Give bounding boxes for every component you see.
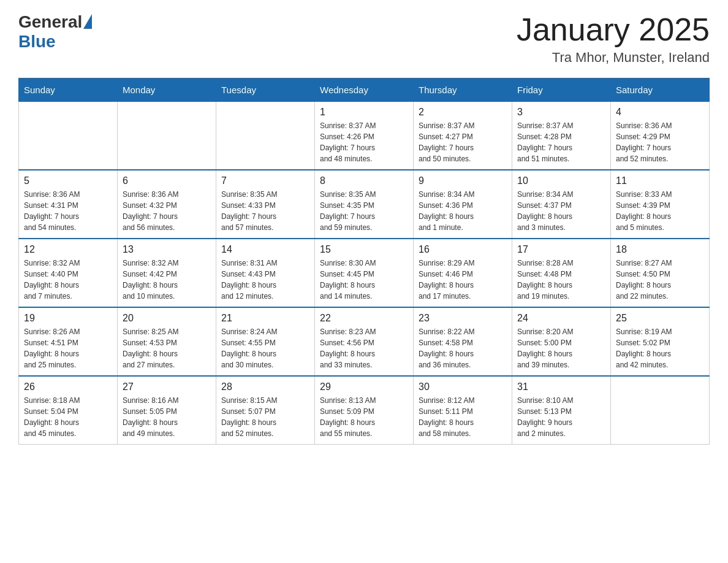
day-number: 17 bbox=[517, 244, 605, 255]
calendar-day-cell: 2Sunrise: 8:37 AM Sunset: 4:27 PM Daylig… bbox=[414, 102, 512, 170]
day-info: Sunrise: 8:22 AM Sunset: 4:58 PM Dayligh… bbox=[419, 326, 507, 370]
day-of-week-header: Tuesday bbox=[216, 79, 315, 102]
calendar-header-row: SundayMondayTuesdayWednesdayThursdayFrid… bbox=[19, 79, 710, 102]
day-number: 21 bbox=[221, 313, 309, 324]
day-info: Sunrise: 8:31 AM Sunset: 4:43 PM Dayligh… bbox=[221, 258, 309, 302]
day-info: Sunrise: 8:30 AM Sunset: 4:45 PM Dayligh… bbox=[320, 258, 408, 302]
day-number: 25 bbox=[616, 313, 704, 324]
calendar-day-cell: 15Sunrise: 8:30 AM Sunset: 4:45 PM Dayli… bbox=[315, 239, 414, 307]
day-info: Sunrise: 8:37 AM Sunset: 4:28 PM Dayligh… bbox=[517, 120, 605, 164]
day-number: 15 bbox=[320, 244, 408, 255]
logo-triangle-icon bbox=[83, 14, 92, 29]
day-info: Sunrise: 8:32 AM Sunset: 4:40 PM Dayligh… bbox=[24, 258, 112, 302]
day-number: 23 bbox=[419, 313, 507, 324]
day-number: 10 bbox=[517, 175, 605, 186]
day-number: 13 bbox=[123, 244, 211, 255]
day-number: 30 bbox=[419, 381, 507, 393]
day-info: Sunrise: 8:37 AM Sunset: 4:27 PM Dayligh… bbox=[419, 120, 507, 164]
calendar-day-cell: 31Sunrise: 8:10 AM Sunset: 5:13 PM Dayli… bbox=[512, 376, 611, 445]
calendar-day-cell: 11Sunrise: 8:33 AM Sunset: 4:39 PM Dayli… bbox=[611, 170, 710, 239]
title-section: January 2025 Tra Mhor, Munster, Ireland bbox=[517, 12, 710, 66]
logo: General Blue bbox=[18, 12, 92, 52]
day-number: 29 bbox=[320, 381, 408, 393]
day-number: 7 bbox=[221, 175, 309, 186]
day-number: 3 bbox=[517, 107, 605, 118]
day-of-week-header: Sunday bbox=[19, 79, 118, 102]
day-number: 12 bbox=[24, 244, 112, 255]
day-info: Sunrise: 8:23 AM Sunset: 4:56 PM Dayligh… bbox=[320, 326, 408, 370]
day-info: Sunrise: 8:35 AM Sunset: 4:35 PM Dayligh… bbox=[320, 189, 408, 233]
day-info: Sunrise: 8:16 AM Sunset: 5:05 PM Dayligh… bbox=[123, 395, 211, 439]
day-info: Sunrise: 8:36 AM Sunset: 4:29 PM Dayligh… bbox=[616, 120, 704, 164]
day-info: Sunrise: 8:28 AM Sunset: 4:48 PM Dayligh… bbox=[517, 258, 605, 302]
day-of-week-header: Wednesday bbox=[315, 79, 414, 102]
day-number: 19 bbox=[24, 313, 112, 324]
calendar-day-cell: 21Sunrise: 8:24 AM Sunset: 4:55 PM Dayli… bbox=[216, 307, 315, 376]
calendar-week-row: 19Sunrise: 8:26 AM Sunset: 4:51 PM Dayli… bbox=[19, 307, 710, 376]
calendar-day-cell: 20Sunrise: 8:25 AM Sunset: 4:53 PM Dayli… bbox=[118, 307, 216, 376]
calendar-day-cell: 6Sunrise: 8:36 AM Sunset: 4:32 PM Daylig… bbox=[118, 170, 216, 239]
day-info: Sunrise: 8:29 AM Sunset: 4:46 PM Dayligh… bbox=[419, 258, 507, 302]
day-number: 4 bbox=[616, 107, 704, 118]
day-info: Sunrise: 8:34 AM Sunset: 4:36 PM Dayligh… bbox=[419, 189, 507, 233]
day-number: 6 bbox=[123, 175, 211, 186]
day-info: Sunrise: 8:20 AM Sunset: 5:00 PM Dayligh… bbox=[517, 326, 605, 370]
day-number: 18 bbox=[616, 244, 704, 255]
day-info: Sunrise: 8:33 AM Sunset: 4:39 PM Dayligh… bbox=[616, 189, 704, 233]
day-info: Sunrise: 8:32 AM Sunset: 4:42 PM Dayligh… bbox=[123, 258, 211, 302]
calendar-week-row: 1Sunrise: 8:37 AM Sunset: 4:26 PM Daylig… bbox=[19, 102, 710, 170]
calendar-day-cell: 10Sunrise: 8:34 AM Sunset: 4:37 PM Dayli… bbox=[512, 170, 611, 239]
calendar-week-row: 5Sunrise: 8:36 AM Sunset: 4:31 PM Daylig… bbox=[19, 170, 710, 239]
calendar-day-cell: 28Sunrise: 8:15 AM Sunset: 5:07 PM Dayli… bbox=[216, 376, 315, 445]
day-of-week-header: Saturday bbox=[611, 79, 710, 102]
calendar-day-cell bbox=[19, 102, 118, 170]
calendar-week-row: 26Sunrise: 8:18 AM Sunset: 5:04 PM Dayli… bbox=[19, 376, 710, 445]
day-info: Sunrise: 8:37 AM Sunset: 4:26 PM Dayligh… bbox=[320, 120, 408, 164]
calendar-day-cell: 13Sunrise: 8:32 AM Sunset: 4:42 PM Dayli… bbox=[118, 239, 216, 307]
calendar-day-cell: 26Sunrise: 8:18 AM Sunset: 5:04 PM Dayli… bbox=[19, 376, 118, 445]
day-info: Sunrise: 8:13 AM Sunset: 5:09 PM Dayligh… bbox=[320, 395, 408, 439]
day-number: 27 bbox=[123, 381, 211, 393]
day-info: Sunrise: 8:12 AM Sunset: 5:11 PM Dayligh… bbox=[419, 395, 507, 439]
calendar-day-cell: 19Sunrise: 8:26 AM Sunset: 4:51 PM Dayli… bbox=[19, 307, 118, 376]
day-number: 20 bbox=[123, 313, 211, 324]
day-number: 16 bbox=[419, 244, 507, 255]
calendar-day-cell: 5Sunrise: 8:36 AM Sunset: 4:31 PM Daylig… bbox=[19, 170, 118, 239]
calendar-day-cell: 24Sunrise: 8:20 AM Sunset: 5:00 PM Dayli… bbox=[512, 307, 611, 376]
calendar-day-cell: 3Sunrise: 8:37 AM Sunset: 4:28 PM Daylig… bbox=[512, 102, 611, 170]
calendar-day-cell: 22Sunrise: 8:23 AM Sunset: 4:56 PM Dayli… bbox=[315, 307, 414, 376]
calendar-day-cell: 9Sunrise: 8:34 AM Sunset: 4:36 PM Daylig… bbox=[414, 170, 512, 239]
calendar-day-cell: 12Sunrise: 8:32 AM Sunset: 4:40 PM Dayli… bbox=[19, 239, 118, 307]
day-info: Sunrise: 8:36 AM Sunset: 4:32 PM Dayligh… bbox=[123, 189, 211, 233]
day-number: 9 bbox=[419, 175, 507, 186]
calendar-day-cell: 7Sunrise: 8:35 AM Sunset: 4:33 PM Daylig… bbox=[216, 170, 315, 239]
calendar-day-cell: 1Sunrise: 8:37 AM Sunset: 4:26 PM Daylig… bbox=[315, 102, 414, 170]
calendar-day-cell: 17Sunrise: 8:28 AM Sunset: 4:48 PM Dayli… bbox=[512, 239, 611, 307]
day-info: Sunrise: 8:18 AM Sunset: 5:04 PM Dayligh… bbox=[24, 395, 112, 439]
day-number: 1 bbox=[320, 107, 408, 118]
day-number: 22 bbox=[320, 313, 408, 324]
day-info: Sunrise: 8:24 AM Sunset: 4:55 PM Dayligh… bbox=[221, 326, 309, 370]
day-number: 26 bbox=[24, 381, 112, 393]
calendar-day-cell: 8Sunrise: 8:35 AM Sunset: 4:35 PM Daylig… bbox=[315, 170, 414, 239]
day-info: Sunrise: 8:15 AM Sunset: 5:07 PM Dayligh… bbox=[221, 395, 309, 439]
calendar-day-cell: 29Sunrise: 8:13 AM Sunset: 5:09 PM Dayli… bbox=[315, 376, 414, 445]
logo-general-text: General bbox=[18, 12, 82, 32]
day-info: Sunrise: 8:26 AM Sunset: 4:51 PM Dayligh… bbox=[24, 326, 112, 370]
day-info: Sunrise: 8:34 AM Sunset: 4:37 PM Dayligh… bbox=[517, 189, 605, 233]
day-info: Sunrise: 8:19 AM Sunset: 5:02 PM Dayligh… bbox=[616, 326, 704, 370]
day-number: 31 bbox=[517, 381, 605, 393]
calendar-day-cell bbox=[216, 102, 315, 170]
logo-blue-text: Blue bbox=[18, 32, 92, 52]
day-number: 14 bbox=[221, 244, 309, 255]
day-of-week-header: Friday bbox=[512, 79, 611, 102]
page-header: General Blue January 2025 Tra Mhor, Muns… bbox=[18, 12, 710, 66]
day-info: Sunrise: 8:10 AM Sunset: 5:13 PM Dayligh… bbox=[517, 395, 605, 439]
day-number: 11 bbox=[616, 175, 704, 186]
calendar-day-cell: 30Sunrise: 8:12 AM Sunset: 5:11 PM Dayli… bbox=[414, 376, 512, 445]
day-info: Sunrise: 8:35 AM Sunset: 4:33 PM Dayligh… bbox=[221, 189, 309, 233]
calendar-day-cell bbox=[611, 376, 710, 445]
day-info: Sunrise: 8:25 AM Sunset: 4:53 PM Dayligh… bbox=[123, 326, 211, 370]
day-info: Sunrise: 8:36 AM Sunset: 4:31 PM Dayligh… bbox=[24, 189, 112, 233]
calendar-table: SundayMondayTuesdayWednesdayThursdayFrid… bbox=[18, 78, 710, 445]
